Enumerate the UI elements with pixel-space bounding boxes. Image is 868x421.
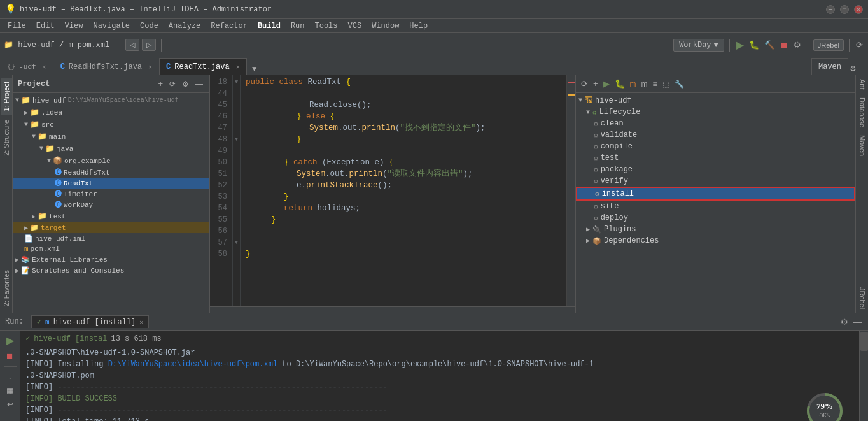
debug-btn[interactable]: 🐛 bbox=[748, 39, 760, 51]
maven-goal-site[interactable]: ⚙ site bbox=[576, 201, 855, 212]
tree-item-extlibs[interactable]: ▶ 📚 External Libraries bbox=[13, 254, 209, 265]
project-sync-btn[interactable]: ⟳ bbox=[168, 78, 177, 90]
tab-udf[interactable]: {} -udf ✕ bbox=[0, 58, 53, 75]
tree-item-workday[interactable]: 🅒 WorkDay bbox=[13, 199, 209, 210]
maven-item-hive-udf[interactable]: ▼ 🏗 hive-udf bbox=[576, 94, 855, 106]
maven-goal-verify[interactable]: ⚙ verify bbox=[576, 175, 855, 187]
project-add-btn[interactable]: + bbox=[157, 78, 164, 90]
tab-maven[interactable]: Maven bbox=[811, 58, 848, 75]
maven-debug-goal-btn[interactable]: 🐛 bbox=[613, 78, 626, 90]
side-tab-jrebel[interactable]: JRebel bbox=[857, 283, 868, 313]
fold-icon3[interactable]: ▼ bbox=[235, 239, 238, 246]
tree-item-main[interactable]: ▼ 📁 main bbox=[13, 131, 209, 143]
tab-readtxt-close[interactable]: ✕ bbox=[236, 63, 240, 71]
tree-item-hive-udf[interactable]: ▼ 📁 hive-udf D:\YiWanYuSpace\idea\hive-u… bbox=[13, 94, 209, 106]
fold-icon[interactable]: ▼ bbox=[235, 79, 238, 85]
menu-view[interactable]: View bbox=[60, 20, 88, 32]
maven-run-goal-btn[interactable]: ▶ bbox=[602, 78, 611, 90]
build-btn[interactable]: 🔨 bbox=[763, 39, 776, 51]
menu-code[interactable]: Code bbox=[135, 20, 164, 32]
menu-run[interactable]: Run bbox=[286, 20, 310, 32]
maven-goal-compile[interactable]: ⚙ compile bbox=[576, 141, 855, 152]
run-filter-btn[interactable]: ▦ bbox=[5, 385, 15, 396]
back-btn[interactable]: ◁ bbox=[125, 39, 139, 51]
side-tab-maven-right[interactable]: Maven bbox=[857, 131, 868, 160]
git-btn[interactable]: ⟳ bbox=[855, 39, 864, 51]
tree-item-scratches[interactable]: ▶ 📝 Scratches and Consoles bbox=[13, 265, 209, 276]
menu-edit[interactable]: Edit bbox=[31, 20, 60, 32]
tab-readhdfs[interactable]: C ReadHdfsTxt.java ✕ bbox=[53, 58, 159, 75]
maven-goal-validate[interactable]: ⚙ validate bbox=[576, 129, 855, 141]
workday-dropdown[interactable]: WorkDay ▼ bbox=[673, 39, 724, 52]
menu-help[interactable]: Help bbox=[404, 20, 433, 32]
run-scroll-thumb[interactable] bbox=[860, 332, 868, 351]
side-tab-ant[interactable]: Ant bbox=[857, 75, 868, 94]
fold-icon2[interactable]: ▼ bbox=[235, 136, 238, 143]
tree-item-iml[interactable]: 📄 hive-udf.iml bbox=[13, 233, 209, 244]
run-minimize-btn[interactable]: — bbox=[852, 316, 863, 328]
run-play-btn[interactable]: ▶ bbox=[5, 333, 15, 348]
jrebel-btn[interactable]: JRebel bbox=[813, 39, 844, 51]
close-btn[interactable]: ✕ bbox=[854, 5, 863, 14]
tab-chevron-btn[interactable]: ▼ bbox=[249, 63, 260, 75]
side-tab-structure[interactable]: 2: Structure bbox=[1, 116, 12, 160]
run-btn[interactable]: ▶ bbox=[735, 38, 745, 52]
menu-build[interactable]: Build bbox=[253, 20, 286, 32]
maven-goal-deploy[interactable]: ⚙ deploy bbox=[576, 212, 855, 224]
stop-btn[interactable]: ⏹ bbox=[778, 39, 790, 52]
maven-item-plugins[interactable]: ▶ 🔌 Plugins bbox=[576, 224, 855, 235]
editor-scrollbar[interactable] bbox=[566, 75, 575, 306]
project-settings-btn[interactable]: ⚙ bbox=[181, 78, 190, 90]
maven-wrench-btn[interactable]: 🔧 bbox=[673, 78, 685, 90]
tree-item-target[interactable]: ▶ 📁 target bbox=[13, 222, 209, 233]
maven-add-btn[interactable]: + bbox=[592, 78, 599, 90]
horizontal-scrollbar[interactable] bbox=[210, 306, 575, 313]
minimize-btn[interactable]: — bbox=[826, 5, 835, 14]
forward-btn[interactable]: ▷ bbox=[142, 39, 156, 51]
maven-close-btn[interactable]: — bbox=[858, 63, 868, 75]
tab-readtxt[interactable]: C ReadTxt.java ✕ bbox=[159, 58, 247, 75]
run-tab[interactable]: ✓ m hive-udf [install] ✕ bbox=[31, 315, 150, 328]
run-right-scrollbar[interactable] bbox=[859, 331, 868, 421]
run-tab-close-btn[interactable]: ✕ bbox=[139, 318, 143, 326]
tree-item-org[interactable]: ▼ 📦 org.example bbox=[13, 155, 209, 167]
maven-refresh-btn[interactable]: ⟳ bbox=[580, 78, 589, 90]
log-link[interactable]: D:\YiWanYuSpace\idea\hive-udf\pom.xml bbox=[108, 360, 277, 369]
maven-cols2-btn[interactable]: ⬚ bbox=[661, 78, 671, 90]
menu-tools[interactable]: Tools bbox=[310, 20, 343, 32]
tab-udf-close[interactable]: ✕ bbox=[43, 63, 46, 71]
side-tab-favorites[interactable]: 2: Favorites bbox=[1, 266, 12, 310]
maven-goal-clean[interactable]: ⚙ clean bbox=[576, 118, 855, 129]
maven-item-dependencies[interactable]: ▶ 📦 Dependencies bbox=[576, 235, 855, 246]
tab-readhdfs-close[interactable]: ✕ bbox=[148, 63, 152, 71]
maven-generate-btn[interactable]: m bbox=[640, 78, 649, 90]
side-tab-project[interactable]: 1: Project bbox=[1, 78, 12, 115]
menu-analyze[interactable]: Analyze bbox=[164, 20, 206, 32]
menu-file[interactable]: File bbox=[3, 20, 31, 32]
tree-item-idea[interactable]: ▶ 📁 .idea bbox=[13, 106, 209, 118]
maven-skip-tests-btn[interactable]: m bbox=[629, 78, 638, 90]
tree-item-test[interactable]: ▶ 📁 test bbox=[13, 210, 209, 222]
tree-item-src[interactable]: ▼ 📁 src bbox=[13, 118, 209, 131]
menu-navigate[interactable]: Navigate bbox=[88, 20, 135, 32]
menu-refactor[interactable]: Refactor bbox=[206, 20, 253, 32]
tree-item-timeiter[interactable]: 🅒 Timeiter bbox=[13, 189, 209, 199]
maven-goal-package[interactable]: ⚙ package bbox=[576, 164, 855, 175]
maven-cols-btn[interactable]: ≡ bbox=[652, 78, 659, 90]
maven-goal-install[interactable]: ⚙ install bbox=[576, 187, 855, 201]
menu-window[interactable]: Window bbox=[367, 20, 404, 32]
tree-item-java[interactable]: ▼ 📁 java bbox=[13, 143, 209, 155]
maximize-btn[interactable]: ☐ bbox=[840, 5, 849, 14]
run-wrap-btn[interactable]: ↩ bbox=[6, 399, 15, 410]
maven-item-lifecycle[interactable]: ▼ ♻ Lifecycle bbox=[576, 106, 855, 118]
settings-btn[interactable]: ⚙ bbox=[792, 39, 802, 51]
run-settings-btn[interactable]: ⚙ bbox=[839, 316, 850, 328]
tree-item-readtxt[interactable]: 🅒 ReadTxt bbox=[13, 178, 209, 189]
menu-vcs[interactable]: VCS bbox=[343, 20, 367, 32]
side-tab-database[interactable]: Database bbox=[857, 94, 868, 131]
tree-item-readhdfs[interactable]: 🅒 ReadHdfsTxt bbox=[13, 167, 209, 178]
maven-settings-btn[interactable]: ⚙ bbox=[848, 63, 858, 75]
run-stop-btn[interactable]: ⏹ bbox=[4, 350, 15, 362]
tree-item-pom[interactable]: m pom.xml bbox=[13, 244, 209, 254]
project-collapse-btn[interactable]: — bbox=[194, 78, 204, 90]
